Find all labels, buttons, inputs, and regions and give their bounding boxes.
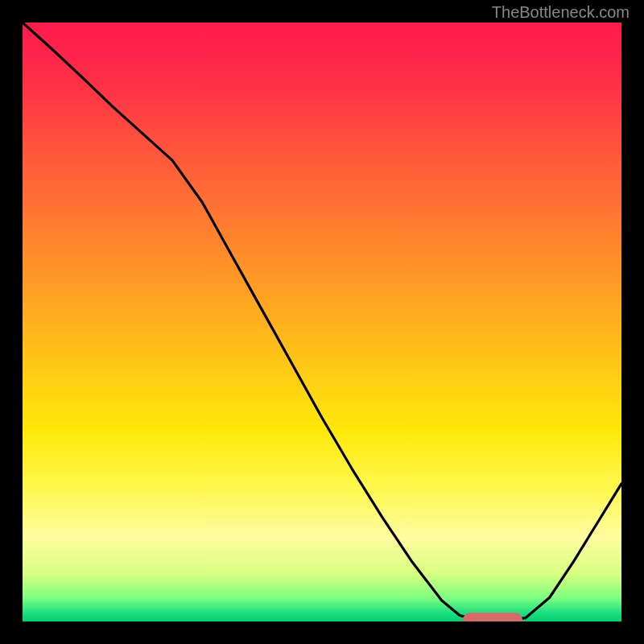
plot-area: [23, 23, 621, 621]
watermark-text: TheBottleneck.com: [492, 3, 630, 22]
bottleneck-curve: [23, 23, 621, 621]
optimal-range-marker: [463, 613, 522, 622]
chart-container: [0, 0, 644, 644]
